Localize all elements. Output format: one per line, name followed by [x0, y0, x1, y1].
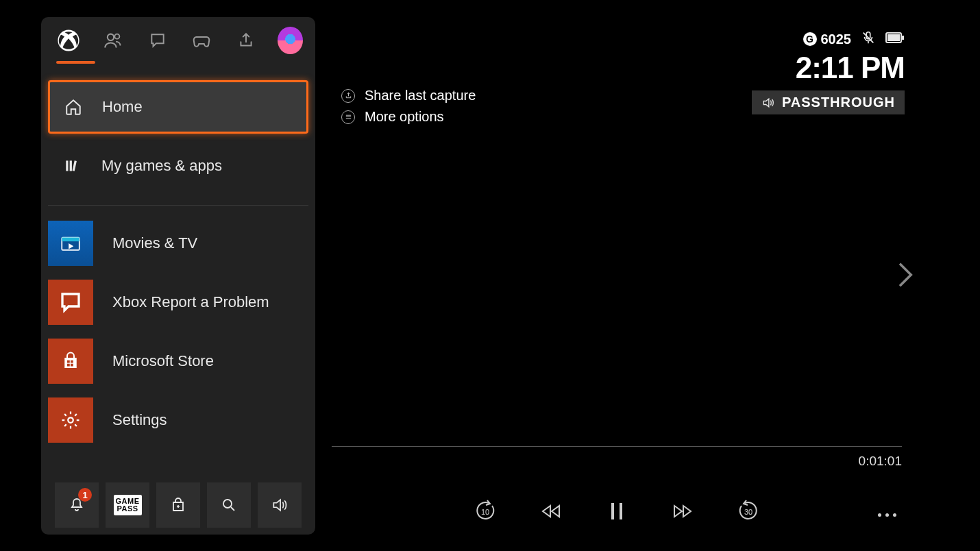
dot-icon	[878, 513, 881, 517]
microsoft-store-tile-icon	[48, 339, 93, 384]
next-button[interactable]	[895, 260, 914, 292]
svg-rect-7	[62, 238, 79, 242]
audio-button[interactable]	[258, 482, 302, 528]
menu-button-hint-icon	[341, 110, 355, 124]
avatar[interactable]	[278, 27, 303, 54]
settings-tile-icon	[48, 397, 93, 443]
chevron-right-icon	[895, 260, 914, 289]
fast-forward-button[interactable]	[669, 498, 696, 525]
controller-icon	[191, 30, 212, 51]
svg-rect-10	[67, 364, 70, 367]
duration-label: 0:01:01	[859, 454, 902, 469]
gamepass-button[interactable]: GAME PASS	[106, 482, 149, 528]
upload-icon	[237, 32, 255, 49]
tab-gaming[interactable]	[189, 27, 215, 54]
action-more-options[interactable]: More options	[341, 109, 476, 125]
action-label: Share last capture	[365, 88, 476, 103]
home-icon	[64, 97, 83, 117]
audio-mode-label: PASSTHROUGH	[782, 95, 895, 110]
skip-back-10-button[interactable]: 10	[471, 498, 499, 525]
gamerscore: G 6025	[803, 32, 852, 47]
clock: 2:11 PM	[796, 51, 905, 85]
report-problem-tile-icon	[48, 280, 93, 325]
svg-rect-16	[902, 36, 904, 40]
action-share-capture[interactable]: Share last capture	[341, 88, 476, 103]
fast-forward-icon	[672, 503, 693, 519]
app-item-label: Microsoft Store	[112, 352, 214, 370]
notifications-button[interactable]: 1	[55, 482, 99, 528]
svg-text:30: 30	[744, 508, 752, 516]
tab-chat[interactable]	[145, 27, 170, 54]
skip-forward-30-icon: 30	[737, 500, 760, 523]
mic-muted-icon	[861, 30, 876, 48]
status-area: G 6025 2:11 PM PASSTHROUGH	[752, 30, 905, 114]
dot-icon	[893, 513, 896, 517]
menu-item-home[interactable]: Home	[48, 80, 308, 134]
skip-back-10-icon: 10	[474, 500, 497, 523]
audio-mode-indicator: PASSTHROUGH	[752, 90, 905, 114]
menu-item-label: My games & apps	[101, 157, 222, 175]
search-button[interactable]	[207, 482, 251, 528]
svg-point-12	[68, 417, 73, 423]
gamerscore-value: 6025	[821, 32, 852, 47]
svg-rect-3	[66, 160, 68, 171]
shopping-bag-icon	[170, 497, 186, 513]
svg-rect-19	[611, 503, 614, 519]
svg-rect-9	[71, 360, 73, 363]
people-icon	[103, 31, 123, 50]
speaker-icon	[271, 496, 289, 514]
svg-rect-11	[71, 364, 73, 367]
app-item-settings[interactable]: Settings	[48, 393, 308, 447]
svg-rect-8	[67, 360, 70, 363]
battery-icon	[885, 32, 905, 47]
guide-tabs	[41, 23, 315, 54]
svg-rect-20	[620, 503, 622, 519]
svg-point-1	[108, 34, 114, 40]
dot-icon	[885, 513, 889, 517]
store-button[interactable]	[156, 482, 200, 528]
svg-point-13	[223, 500, 232, 508]
gamepass-icon: GAME PASS	[114, 495, 142, 515]
svg-text:10: 10	[481, 508, 489, 516]
seek-bar[interactable]	[332, 446, 902, 447]
svg-rect-5	[73, 160, 77, 171]
svg-rect-17	[887, 34, 900, 41]
tab-share[interactable]	[234, 27, 259, 54]
xbox-guide-panel: Home My games & apps Movies &	[41, 17, 315, 535]
app-item-label: Settings	[112, 411, 167, 429]
library-icon	[63, 156, 82, 175]
divider	[48, 205, 308, 206]
svg-point-2	[114, 34, 119, 39]
speaker-icon	[761, 96, 775, 110]
guide-body: Home My games & apps Movies &	[41, 54, 315, 528]
movies-tv-tile-icon	[48, 221, 93, 266]
pause-icon	[609, 502, 624, 521]
app-item-movies[interactable]: Movies & TV	[48, 217, 308, 270]
pause-button[interactable]	[603, 498, 630, 525]
svg-rect-4	[70, 160, 72, 171]
media-controls: 10 30	[315, 498, 918, 525]
app-item-label: Xbox Report a Problem	[112, 293, 269, 311]
quick-actions: Share last capture More options	[341, 88, 476, 125]
status-icons-row: G 6025	[803, 30, 905, 48]
menu-item-mygames[interactable]: My games & apps	[48, 139, 308, 193]
app-item-report[interactable]: Xbox Report a Problem	[48, 276, 308, 329]
rewind-button[interactable]	[537, 498, 565, 525]
tab-people[interactable]	[101, 27, 126, 54]
chat-icon	[149, 32, 167, 49]
menu-item-label: Home	[102, 98, 143, 116]
search-icon	[221, 497, 237, 513]
rewind-icon	[541, 503, 561, 519]
media-more-button[interactable]	[878, 513, 896, 517]
app-item-label: Movies & TV	[112, 234, 197, 252]
guide-footer: 1 GAME PASS	[48, 482, 308, 528]
gamerscore-icon: G	[803, 32, 817, 46]
notification-badge: 1	[78, 488, 92, 502]
tab-profile[interactable]	[56, 27, 82, 54]
app-item-store[interactable]: Microsoft Store	[48, 334, 308, 388]
action-label: More options	[365, 109, 444, 125]
xbox-logo-icon	[57, 29, 80, 52]
y-button-hint-icon	[341, 89, 355, 103]
skip-forward-30-button[interactable]: 30	[735, 498, 762, 525]
